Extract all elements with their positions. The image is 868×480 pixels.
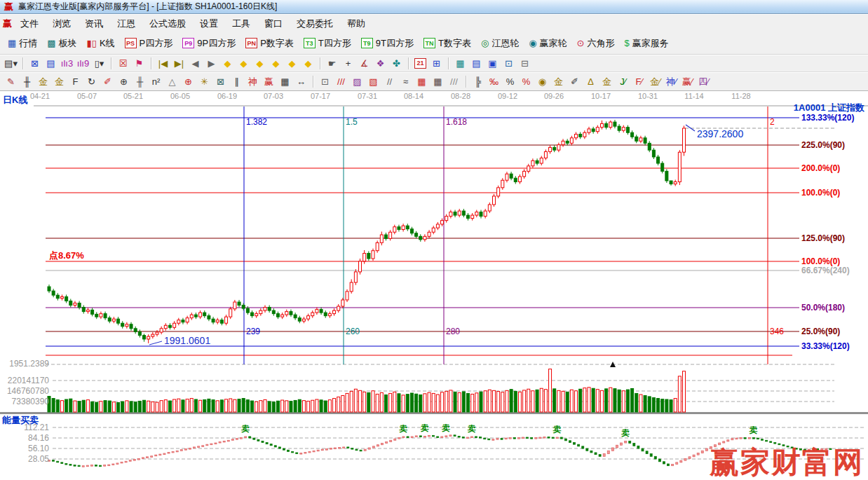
diamond-pan-left-icon[interactable]: ◆ <box>219 57 236 70</box>
formula-web-icon[interactable]: ⊠ <box>27 57 43 70</box>
gold-level-icon[interactable]: 金 <box>550 75 567 88</box>
drag-hand-icon[interactable]: ☛ <box>324 57 340 70</box>
width-measure-icon[interactable]: ↔ <box>293 75 309 88</box>
delete-drawing-icon[interactable]: ☒ <box>115 57 131 70</box>
data-table-icon[interactable]: ▦ <box>452 57 468 70</box>
screen-capture-icon[interactable]: ⊡ <box>501 57 517 70</box>
menu-item-8[interactable]: 交易委托 <box>290 15 340 32</box>
t-square-button[interactable]: T3T四方形 <box>299 35 356 52</box>
bars-3-icon[interactable]: ılı3 <box>59 57 75 70</box>
slash-lines-icon[interactable]: /// <box>446 75 462 88</box>
kline-chart-area[interactable]: 卖卖卖卖卖卖卖卖04-2105-0705-2106-0506-1907-0307… <box>0 91 868 480</box>
9t-square-button[interactable]: T99T四方形 <box>356 35 419 52</box>
calendar-icon[interactable]: 21 <box>412 57 428 70</box>
hexagon-button[interactable]: ⊙六角形 <box>572 35 620 52</box>
red-target-icon[interactable]: ⊕ <box>180 75 196 88</box>
crosshair-icon[interactable]: + <box>340 57 356 70</box>
n-square-icon[interactable]: n² <box>148 75 164 88</box>
diamond-zoom-out-icon[interactable]: ◆ <box>300 57 316 70</box>
market-quotes-button[interactable]: ▦行情 <box>3 35 42 52</box>
j-angle-icon[interactable]: J∕ <box>615 75 631 88</box>
gold-angle-icon[interactable]: 金∕ <box>647 75 663 88</box>
menu-item-4[interactable]: 公式选股 <box>142 15 193 32</box>
gold-grid2-icon[interactable]: 金 <box>51 75 67 88</box>
sectors-button-label: 板块 <box>59 37 77 50</box>
square-web-icon[interactable]: ⊠ <box>212 75 229 88</box>
fan-grid-icon[interactable]: ▨ <box>349 75 365 88</box>
ruler-lines-icon[interactable]: ╫ <box>132 75 148 88</box>
percent-icon[interactable]: % <box>502 75 518 88</box>
first-page-icon[interactable]: |◀ <box>155 57 171 70</box>
shen-angle-icon[interactable]: 神∕ <box>663 75 679 88</box>
menu-item-3[interactable]: 江恩 <box>110 15 142 32</box>
grid-dark-icon[interactable]: ▦ <box>430 75 446 88</box>
9p-square-button[interactable]: P99P四方形 <box>177 35 240 52</box>
sectors-button[interactable]: ▩板块 <box>42 35 81 52</box>
prev-page-icon[interactable]: ◀ <box>187 57 203 70</box>
mirror-angle-icon[interactable]: △ <box>164 75 180 88</box>
menu-item-5[interactable]: 设置 <box>193 15 225 32</box>
f-grid-icon[interactable]: F <box>67 75 83 88</box>
menu-item-7[interactable]: 窗口 <box>257 15 290 32</box>
grid-red-icon[interactable]: ▦ <box>414 75 430 88</box>
menu-item-2[interactable]: 资讯 <box>78 15 110 32</box>
kline-button[interactable]: ▮▯K线 <box>82 35 120 52</box>
spiral-icon[interactable]: ↻ <box>83 75 100 88</box>
menu-item-9[interactable]: 帮助 <box>340 15 372 32</box>
percent-red-icon[interactable]: % <box>518 75 534 88</box>
diamond-zoom-in-icon[interactable]: ◆ <box>284 57 300 70</box>
p-number-table-button[interactable]: PNP数字表 <box>240 35 299 52</box>
t-number-table-button[interactable]: TNT数字表 <box>419 35 476 52</box>
calculator-icon[interactable]: ⊞ <box>428 57 445 70</box>
ying-angle-icon[interactable]: 赢∕ <box>679 75 696 88</box>
number-ruler-icon[interactable]: ▦ <box>277 75 293 88</box>
pattern-icon[interactable]: ✤ <box>388 57 405 70</box>
k-parallel-icon[interactable]: ∥ <box>229 75 245 88</box>
gann-wheel-button[interactable]: ◎江恩轮 <box>476 35 524 52</box>
bars-9-icon[interactable]: ılı9 <box>75 57 91 70</box>
web-target-icon[interactable]: ✳ <box>196 75 212 88</box>
a-angle-icon[interactable]: ∆ <box>583 75 599 88</box>
gold-circle-icon[interactable]: ◉ <box>534 75 550 88</box>
f-angle-icon[interactable]: F∕ <box>631 75 647 88</box>
menu-item-1[interactable]: 浏览 <box>46 15 78 32</box>
angle-measure-icon[interactable]: ∡ <box>356 57 372 70</box>
fan-square-icon[interactable]: ▧ <box>365 75 381 88</box>
gold-grid-icon[interactable]: 金 <box>35 75 51 88</box>
shen-grid-icon[interactable]: 神 <box>245 75 261 88</box>
brush-angle-icon[interactable]: ✐ <box>567 75 583 88</box>
pencil-icon[interactable]: ✎ <box>3 75 19 88</box>
notes-icon[interactable]: ▤ <box>468 57 484 70</box>
diamond-expand-icon[interactable]: ◆ <box>252 57 268 70</box>
svg-text:07-17: 07-17 <box>311 92 330 100</box>
kline-period-dropdown[interactable]: ▤▾ <box>3 57 19 70</box>
winner-service-button[interactable]: $赢家服务 <box>620 35 674 52</box>
p-square-button[interactable]: PSP四方形 <box>120 35 178 52</box>
winner-wheel-button-label: 赢家轮 <box>540 37 567 50</box>
winner-wheel-button[interactable]: ◉赢家轮 <box>524 35 571 52</box>
next-page-icon[interactable]: ▶ <box>203 57 219 70</box>
save-icon[interactable]: ▣ <box>484 57 501 70</box>
wave-icon[interactable]: ≈ <box>398 75 414 88</box>
si-angle-icon[interactable]: 四∕ <box>696 75 712 88</box>
print-icon[interactable]: ⊟ <box>517 57 533 70</box>
ying-grid-icon[interactable]: 赢 <box>261 75 277 88</box>
info-doc-icon[interactable]: ▤ <box>43 57 59 70</box>
candle-style-dropdown[interactable]: ▯▾ <box>91 57 107 70</box>
scale-ruler-icon[interactable]: ╠ <box>470 75 486 88</box>
red-pen-icon[interactable]: ✐ <box>100 75 116 88</box>
last-page-icon[interactable]: ▶| <box>171 57 187 70</box>
menu-item-0[interactable]: 文件 <box>13 15 46 32</box>
fan-rays-red-icon[interactable]: /// <box>333 75 349 88</box>
time-lines-icon[interactable]: ╫ <box>19 75 35 88</box>
box-select-icon[interactable]: ⊡ <box>317 75 333 88</box>
percent-seven-icon[interactable]: ‰ <box>486 75 502 88</box>
thin-rays-icon[interactable]: // <box>381 75 398 88</box>
diamond-pan-right-icon[interactable]: ◆ <box>236 57 252 70</box>
gann-shape-icon[interactable]: ❖ <box>372 57 388 70</box>
compass-icon[interactable]: ⊕ <box>116 75 132 88</box>
diamond-compress-icon[interactable]: ◆ <box>268 57 284 70</box>
color-bars-icon[interactable]: ⚑ <box>131 57 147 70</box>
menu-item-6[interactable]: 工具 <box>225 15 257 32</box>
gold-lines-icon[interactable]: 金 <box>599 75 615 88</box>
